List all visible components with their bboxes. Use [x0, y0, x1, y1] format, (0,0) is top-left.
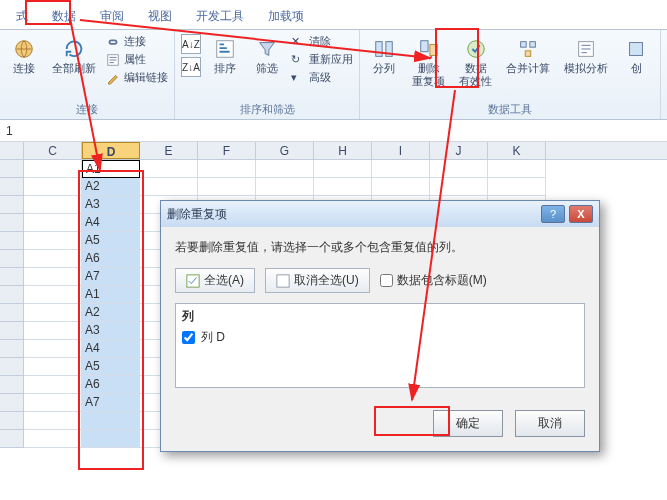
whatif-button[interactable]: 模拟分析 — [560, 34, 612, 75]
tab-addins[interactable]: 加载项 — [256, 4, 316, 29]
dialog-close-button[interactable]: X — [569, 205, 593, 223]
row-header[interactable] — [0, 286, 24, 304]
col-header-d[interactable]: D — [82, 142, 140, 159]
cell[interactable] — [24, 358, 82, 376]
connections-button[interactable]: 连接 — [6, 34, 42, 75]
cell[interactable] — [24, 286, 82, 304]
cell[interactable] — [24, 340, 82, 358]
row-header[interactable] — [0, 178, 24, 196]
remove-duplicates-button[interactable]: 删除重复项 — [408, 34, 449, 88]
cell[interactable]: A1 — [82, 160, 140, 178]
cell[interactable] — [372, 160, 430, 178]
columns-listbox[interactable]: 列 列 D — [175, 303, 585, 388]
select-all-button[interactable]: 全选(A) — [175, 268, 255, 293]
cell[interactable]: A1 — [82, 286, 140, 304]
row-header[interactable] — [0, 430, 24, 448]
cell[interactable] — [24, 394, 82, 412]
filter-button[interactable]: 筛选 — [249, 34, 285, 75]
tab-data[interactable]: 数据 — [40, 4, 88, 29]
dialog-help-button[interactable]: ? — [541, 205, 565, 223]
cell[interactable]: A2 — [82, 304, 140, 322]
col-header-f[interactable]: F — [198, 142, 256, 159]
cell[interactable] — [24, 178, 82, 196]
row-header[interactable] — [0, 268, 24, 286]
cell[interactable] — [24, 268, 82, 286]
col-header-e[interactable]: E — [140, 142, 198, 159]
row-header[interactable] — [0, 394, 24, 412]
row-header[interactable] — [0, 304, 24, 322]
cell[interactable]: A4 — [82, 340, 140, 358]
cell[interactable] — [24, 160, 82, 178]
create-group-button[interactable]: 创 — [618, 34, 654, 75]
cell[interactable]: A3 — [82, 322, 140, 340]
advanced-filter-item[interactable]: ▾高级 — [291, 70, 353, 85]
cancel-button[interactable]: 取消 — [515, 410, 585, 437]
cell[interactable] — [140, 160, 198, 178]
cell[interactable] — [82, 412, 140, 430]
edit-links-item[interactable]: 编辑链接 — [106, 70, 168, 85]
cell[interactable] — [24, 304, 82, 322]
cell[interactable]: A5 — [82, 232, 140, 250]
tab-format[interactable]: 式 — [4, 4, 40, 29]
connections-item[interactable]: 连接 — [106, 34, 168, 49]
cell[interactable] — [24, 412, 82, 430]
dialog-titlebar[interactable]: 删除重复项 ? X — [161, 201, 599, 227]
row-header[interactable] — [0, 322, 24, 340]
cell[interactable] — [256, 160, 314, 178]
cell[interactable] — [24, 232, 82, 250]
sort-desc-button[interactable]: Z↓A — [181, 57, 201, 77]
cell[interactable]: A7 — [82, 394, 140, 412]
cell[interactable] — [24, 376, 82, 394]
col-header-j[interactable]: J — [430, 142, 488, 159]
cell[interactable] — [430, 160, 488, 178]
cell[interactable] — [314, 178, 372, 196]
cell[interactable] — [24, 322, 82, 340]
row-header[interactable] — [0, 340, 24, 358]
row-header[interactable] — [0, 358, 24, 376]
cell[interactable] — [372, 178, 430, 196]
sort-button[interactable]: 排序 — [207, 34, 243, 75]
cell[interactable] — [430, 178, 488, 196]
cell[interactable]: A3 — [82, 196, 140, 214]
row-header[interactable] — [0, 376, 24, 394]
cell[interactable] — [140, 178, 198, 196]
cell[interactable]: A2 — [82, 178, 140, 196]
col-header-k[interactable]: K — [488, 142, 546, 159]
cell[interactable] — [488, 160, 546, 178]
refresh-all-button[interactable]: 全部刷新 — [48, 34, 100, 75]
cell[interactable] — [314, 160, 372, 178]
row-header[interactable] — [0, 250, 24, 268]
ok-button[interactable]: 确定 — [433, 410, 503, 437]
cell[interactable] — [24, 430, 82, 448]
consolidate-button[interactable]: 合并计算 — [502, 34, 554, 75]
column-d-item[interactable]: 列 D — [182, 329, 578, 346]
col-header-c[interactable]: C — [24, 142, 82, 159]
formula-bar[interactable]: 1 — [0, 120, 667, 142]
cell[interactable]: A4 — [82, 214, 140, 232]
properties-item[interactable]: 属性 — [106, 52, 168, 67]
cell[interactable]: A5 — [82, 358, 140, 376]
cell[interactable]: A6 — [82, 250, 140, 268]
text-to-columns-button[interactable]: 分列 — [366, 34, 402, 75]
cell[interactable] — [24, 250, 82, 268]
tab-review[interactable]: 审阅 — [88, 4, 136, 29]
select-all-corner[interactable] — [0, 142, 24, 159]
tab-devtools[interactable]: 开发工具 — [184, 4, 256, 29]
unselect-all-button[interactable]: 取消全选(U) — [265, 268, 370, 293]
row-header[interactable] — [0, 232, 24, 250]
cell[interactable] — [256, 178, 314, 196]
cell[interactable]: A7 — [82, 268, 140, 286]
cell[interactable] — [488, 178, 546, 196]
cell[interactable]: A6 — [82, 376, 140, 394]
header-checkbox-input[interactable] — [380, 274, 393, 287]
sort-asc-button[interactable]: A↓Z — [181, 34, 201, 54]
cell[interactable] — [82, 430, 140, 448]
cell[interactable] — [24, 214, 82, 232]
col-header-h[interactable]: H — [314, 142, 372, 159]
row-header[interactable] — [0, 412, 24, 430]
row-header[interactable] — [0, 214, 24, 232]
col-header-i[interactable]: I — [372, 142, 430, 159]
data-has-header-checkbox[interactable]: 数据包含标题(M) — [380, 272, 487, 289]
cell[interactable] — [24, 196, 82, 214]
data-validation-button[interactable]: 数据有效性 — [455, 34, 496, 88]
